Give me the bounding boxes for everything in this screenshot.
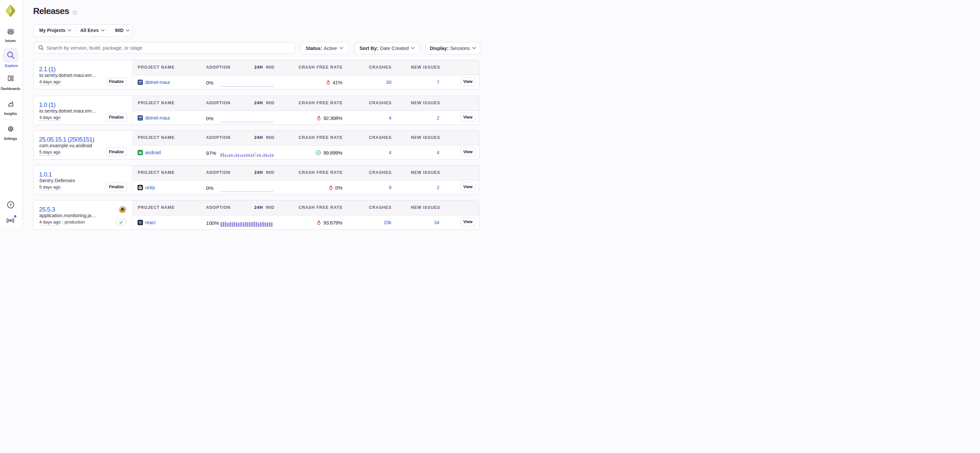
svg-text:.NET: .NET [138,116,143,118]
svg-text:?: ? [10,203,12,207]
svg-text:?: ? [74,11,76,14]
svg-text:.NET: .NET [138,81,143,83]
svg-text:MAUI: MAUI [139,119,142,120]
svg-text:MAUI: MAUI [139,83,142,84]
